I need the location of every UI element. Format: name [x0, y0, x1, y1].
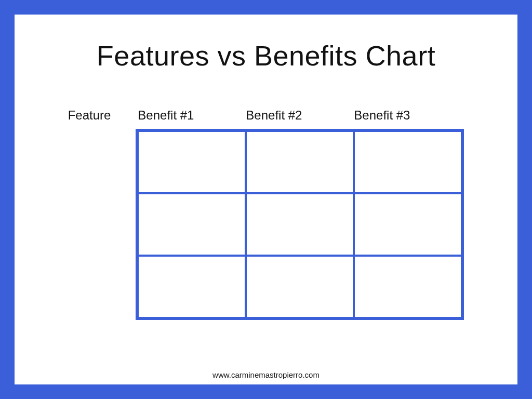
grid-cell: [354, 256, 462, 318]
grid-cell: [246, 131, 354, 193]
footer-url: www.carminemastropierro.com: [15, 370, 517, 379]
grid-cell: [246, 193, 354, 256]
column-header-2: Benefit #2: [244, 108, 352, 123]
inner-frame: Features vs Benefits Chart Feature Benef…: [15, 15, 517, 384]
outer-frame: Features vs Benefits Chart Feature Benef…: [0, 0, 532, 399]
grid-cell: [354, 193, 462, 256]
grid-cell: [138, 256, 246, 318]
grid-cell: [354, 131, 462, 193]
chart-grid: [136, 129, 464, 320]
feature-column-label: Feature: [68, 108, 111, 123]
grid-wrap: Benefit #1 Benefit #2 Benefit #3: [136, 108, 464, 320]
page-title: Features vs Benefits Chart: [97, 39, 435, 72]
column-headers: Benefit #1 Benefit #2 Benefit #3: [136, 108, 464, 123]
grid-cell: [246, 256, 354, 318]
chart-area: Feature Benefit #1 Benefit #2 Benefit #3: [68, 108, 464, 320]
grid-cell: [138, 131, 246, 193]
column-header-3: Benefit #3: [352, 108, 460, 123]
column-header-1: Benefit #1: [136, 108, 244, 123]
grid-cell: [138, 193, 246, 256]
